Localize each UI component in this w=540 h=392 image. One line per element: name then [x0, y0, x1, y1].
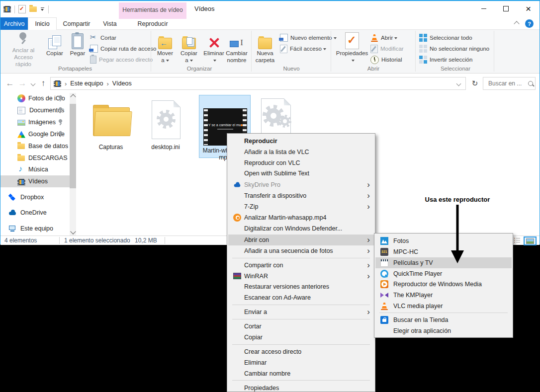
customize-toolbar-arrow-icon[interactable]	[40, 6, 45, 12]
scroll-down-icon[interactable]	[70, 229, 76, 234]
submenu-item-elegir-otra[interactable]: Elegir otra aplicación	[375, 325, 512, 336]
tab-inicio[interactable]: Inicio	[28, 17, 57, 30]
submenu-item-kmplayer[interactable]: The KMPlayer	[375, 290, 512, 301]
menu-item-winrar[interactable]: WinRAR	[228, 271, 374, 282]
menu-item-cambiar-nombre[interactable]: Cambiar nombre	[228, 368, 374, 379]
submenu-item-vlc[interactable]: VLC media player	[375, 301, 512, 312]
pin-to-quick-access-button[interactable]: Anclar al Acceso rápido	[5, 31, 41, 66]
menu-separator	[232, 258, 370, 258]
menu-item-abrir-con[interactable]: Abrir con	[228, 235, 374, 245]
sidebar-item-onedrive[interactable]: OneDrive	[0, 207, 69, 219]
menu-item-crear-acceso[interactable]: Crear acceso directo	[228, 346, 374, 357]
file-label[interactable]: Capturas	[90, 144, 132, 151]
properties-button[interactable]: Propiedades	[337, 31, 367, 66]
address-box[interactable]: Este equipo Vídeos	[50, 77, 466, 90]
menu-item-restaurar[interactable]: Restaurar versiones anteriores	[228, 281, 374, 292]
menu-item-propiedades[interactable]: Propiedades	[228, 383, 374, 392]
quick-access-toolbar	[3, 5, 49, 13]
forward-arrow-icon[interactable]: →	[16, 77, 28, 90]
gear-document-icon[interactable]	[261, 98, 291, 135]
edit-button[interactable]: Modificar	[370, 44, 404, 54]
up-arrow-icon[interactable]: ↑	[37, 77, 49, 90]
copy-button[interactable]: Copiar	[43, 31, 66, 66]
move-to-button[interactable]: Mover a	[154, 31, 177, 66]
menu-item-defender[interactable]: Digitalizar con Windows Defender...	[228, 223, 374, 234]
menu-item-eliminar[interactable]: Eliminar	[228, 357, 374, 368]
menu-item-anadir-lista-vlc[interactable]: Añadir a la lista de VLC	[228, 147, 374, 157]
menu-item-reproducir-vlc[interactable]: Reproducir con VLC	[228, 157, 374, 168]
sidebar-item-descargas[interactable]: DESCARGAS	[0, 152, 69, 164]
new-folder-icon[interactable]	[29, 6, 37, 12]
submenu-item-mpc-hc[interactable]: MPC-HC	[375, 246, 512, 257]
menu-item-secuencia-fotos[interactable]: Añadir a una secuencia de fotos	[228, 245, 374, 256]
search-box[interactable]	[483, 77, 536, 90]
menu-item-transferir[interactable]: Transferir a dispositivo	[228, 190, 374, 201]
submenu-arrow-icon	[367, 202, 370, 212]
paste-button[interactable]: Pegar	[67, 31, 88, 66]
menu-item-copiar[interactable]: Copiar	[228, 332, 374, 343]
copy-to-button[interactable]: Copiar a	[178, 31, 200, 66]
sidebar-item-fotos-icloud[interactable]: Fotos de iClo	[0, 92, 69, 104]
scroll-up-icon[interactable]	[70, 94, 76, 99]
menu-item-cortar[interactable]: Cortar	[228, 321, 374, 332]
tab-reproducir[interactable]: Reproducir	[123, 17, 182, 30]
sidebar-item-documentos[interactable]: Documentos	[0, 104, 69, 116]
sidebar-item-musica[interactable]: Música	[0, 163, 69, 175]
back-arrow-icon[interactable]: ←	[3, 77, 16, 90]
menu-item-reproducir[interactable]: Reproducir	[228, 136, 374, 147]
gear-icon	[278, 115, 291, 128]
delete-button[interactable]: Eliminar	[201, 31, 226, 66]
menu-item-skydrive-pro[interactable]: SkyDrive Pro	[228, 179, 374, 190]
menu-item-adaware-scan[interactable]: Escanear con Ad-Aware	[228, 292, 374, 303]
easy-access-button[interactable]: Fácil acceso	[280, 44, 326, 54]
sidebar-item-videos[interactable]: Vídeos	[0, 175, 70, 187]
folder-icon[interactable]	[93, 107, 130, 136]
breadcrumb-current[interactable]: Vídeos	[112, 80, 132, 87]
copy-path-button[interactable]: Copiar ruta de acceso	[90, 44, 157, 54]
sidebar-item-dropbox[interactable]: Dropbox	[0, 191, 69, 203]
search-input[interactable]	[487, 79, 527, 87]
invert-selection-button[interactable]: Invertir selección	[419, 55, 472, 65]
minimize-button[interactable]	[472, 1, 495, 16]
refresh-icon[interactable]	[469, 77, 481, 90]
file-label[interactable]: desktop.ini	[145, 144, 186, 151]
sidebar-item-este-equipo[interactable]: Este equipo	[0, 223, 69, 235]
paste-shortcut-button[interactable]: Pegar acceso directo	[90, 55, 153, 65]
new-folder-button[interactable]: Nueva carpeta	[253, 31, 277, 66]
breadcrumb-root[interactable]: Este equipo	[70, 80, 103, 87]
new-item-button[interactable]: Nuevo elemento	[280, 33, 337, 43]
select-none-button[interactable]: No seleccionar ninguno	[419, 44, 489, 54]
large-icons-view-button[interactable]	[524, 236, 537, 245]
gear-document-icon[interactable]	[152, 100, 180, 139]
sidebar-item-google-drive[interactable]: Google Drive	[0, 128, 69, 140]
submenu-item-buscar-tienda[interactable]: Buscar en la Tienda	[375, 314, 512, 325]
close-button[interactable]	[517, 1, 540, 16]
history-button[interactable]: Historial	[370, 55, 402, 65]
menu-item-analizar[interactable]: Analizar Martin-whasapp.mp4	[228, 212, 374, 223]
tab-archivo[interactable]: Archivo	[0, 17, 28, 30]
history-dropdown-icon[interactable]	[28, 77, 37, 90]
address-dropdown-icon[interactable]	[457, 80, 460, 87]
submenu-item-windows-media[interactable]: Reproductor de Windows Media	[375, 279, 512, 290]
maximize-button[interactable]	[495, 1, 517, 16]
tab-vista[interactable]: Vista	[96, 17, 123, 30]
sidebar-item-base-de-datos[interactable]: Base de datos de	[0, 140, 69, 152]
select-all-button[interactable]: Seleccionar todo	[419, 33, 472, 43]
rename-button[interactable]: Cambiar nombre	[223, 31, 250, 66]
cut-button[interactable]: Cortar	[90, 33, 116, 43]
submenu-item-fotos[interactable]: Fotos	[375, 235, 512, 246]
menu-item-enviar-a[interactable]: Enviar a	[228, 307, 374, 317]
sidebar-item-imagenes[interactable]: Imágenes	[0, 116, 69, 128]
menu-item-7zip[interactable]: 7-Zip	[228, 201, 374, 212]
menu-item-compartir-con[interactable]: Compartir con	[228, 260, 374, 271]
help-icon[interactable]	[525, 19, 534, 28]
properties-check-icon[interactable]	[18, 5, 26, 13]
menu-item-sublime[interactable]: Open with Sublime Text	[228, 168, 374, 179]
submenu-item-peliculas-tv[interactable]: Películas y TV	[375, 257, 512, 268]
submenu-item-quicktime[interactable]: QuickTime Player	[375, 268, 512, 279]
sidebar-scrollbar[interactable]	[70, 93, 76, 235]
tab-compartir[interactable]: Compartir	[57, 17, 96, 30]
scrollbar-thumb[interactable]	[70, 104, 76, 188]
details-view-button[interactable]	[512, 236, 523, 244]
open-button[interactable]: Abrir	[370, 33, 397, 43]
